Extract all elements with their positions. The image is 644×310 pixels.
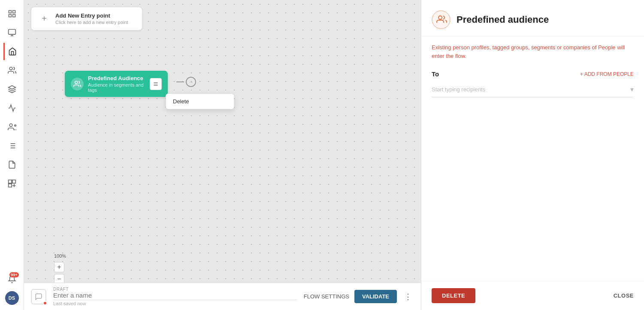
svg-point-22 [432, 11, 450, 29]
canvas-area[interactable]: + Add New Entry point Click here to add … [24, 0, 421, 310]
sidebar: 99+ DS [0, 0, 24, 310]
arrow-circle[interactable]: → [186, 77, 196, 87]
svg-rect-19 [12, 180, 15, 184]
context-menu-delete[interactable]: Delete [166, 94, 234, 109]
zoom-controls: 100% + − [54, 253, 66, 284]
add-entry-title: Add New Entry point [55, 12, 128, 19]
recipients-placeholder: Start typing recipients [432, 86, 485, 93]
context-menu: Delete [166, 93, 234, 109]
flow-settings-button[interactable]: FLOW SETTINGS [304, 293, 349, 300]
panel-body: To + ADD FROM PEOPLE Start typing recipi… [421, 67, 644, 281]
draft-info: DRAFT Last saved now [53, 287, 297, 306]
draft-label: DRAFT [53, 287, 297, 292]
panel-description: Existing person profiles, tagged groups,… [421, 36, 644, 67]
add-entry-card[interactable]: + Add New Entry point Click here to add … [31, 7, 142, 30]
add-from-people-button[interactable]: + ADD FROM PEOPLE [580, 71, 634, 77]
audience-node-menu-button[interactable] [150, 78, 162, 90]
draft-name-input[interactable] [53, 292, 297, 300]
more-options-button[interactable]: ⋮ [402, 291, 414, 303]
recipients-chevron-icon: ▾ [630, 85, 634, 93]
sidebar-item-chart[interactable] [3, 99, 21, 117]
add-entry-plus-icon: + [38, 13, 50, 25]
validate-button[interactable]: VALIDATE [354, 290, 397, 303]
svg-rect-20 [8, 184, 12, 187]
svg-rect-18 [8, 180, 12, 184]
sidebar-item-dashboard[interactable] [3, 43, 21, 60]
audience-node-title: Predefined Audience [88, 75, 145, 81]
add-entry-subtitle: Click here to add a new entry point [55, 20, 128, 25]
svg-marker-8 [8, 86, 15, 89]
svg-rect-0 [9, 11, 11, 13]
svg-point-7 [9, 67, 12, 70]
sidebar-item-team[interactable] [3, 118, 21, 135]
svg-point-21 [75, 81, 78, 84]
draft-dot [43, 301, 47, 305]
right-panel: Predefined audience Existing person prof… [421, 0, 644, 310]
sidebar-item-grid[interactable] [3, 5, 21, 22]
panel-title: Predefined audience [457, 14, 549, 25]
svg-rect-3 [12, 15, 15, 17]
sidebar-item-users[interactable] [3, 62, 21, 79]
audience-node-subtitle: Audience in segments and tags [88, 82, 145, 93]
sidebar-item-list[interactable] [3, 137, 21, 154]
zoom-level: 100% [54, 253, 66, 259]
bottom-actions: FLOW SETTINGS VALIDATE ⋮ [304, 290, 414, 303]
svg-rect-2 [9, 15, 11, 17]
bottom-bar: DRAFT Last saved now FLOW SETTINGS VALID… [24, 283, 421, 310]
arrow-line [176, 81, 184, 82]
audience-node[interactable]: Predefined Audience Audience in segments… [65, 71, 168, 97]
notification-count: 99+ [9, 272, 18, 277]
recipients-field[interactable]: Start typing recipients ▾ [432, 82, 634, 97]
close-button[interactable]: CLOSE [614, 292, 634, 299]
to-label: To [432, 70, 439, 78]
svg-rect-4 [8, 30, 15, 35]
panel-footer: DELETE CLOSE [421, 281, 644, 310]
draft-saved-text: Last saved now [53, 301, 297, 306]
zoom-in-button[interactable]: + [54, 262, 64, 272]
delete-button[interactable]: DELETE [432, 288, 475, 303]
draft-icon [31, 289, 46, 304]
svg-point-9 [9, 124, 12, 127]
sidebar-item-monitor[interactable] [3, 24, 21, 41]
sidebar-item-log[interactable] [3, 156, 21, 173]
panel-icon [432, 10, 450, 29]
svg-rect-1 [12, 11, 15, 13]
node-connector: → [176, 77, 196, 87]
sidebar-item-widget[interactable] [3, 175, 21, 192]
to-row: To + ADD FROM PEOPLE [432, 70, 634, 78]
notification-bell[interactable]: 99+ [3, 271, 21, 288]
audience-node-icon [71, 78, 84, 90]
panel-header: Predefined audience [421, 0, 644, 36]
sidebar-item-layers[interactable] [3, 81, 21, 98]
user-avatar[interactable]: DS [5, 291, 19, 305]
